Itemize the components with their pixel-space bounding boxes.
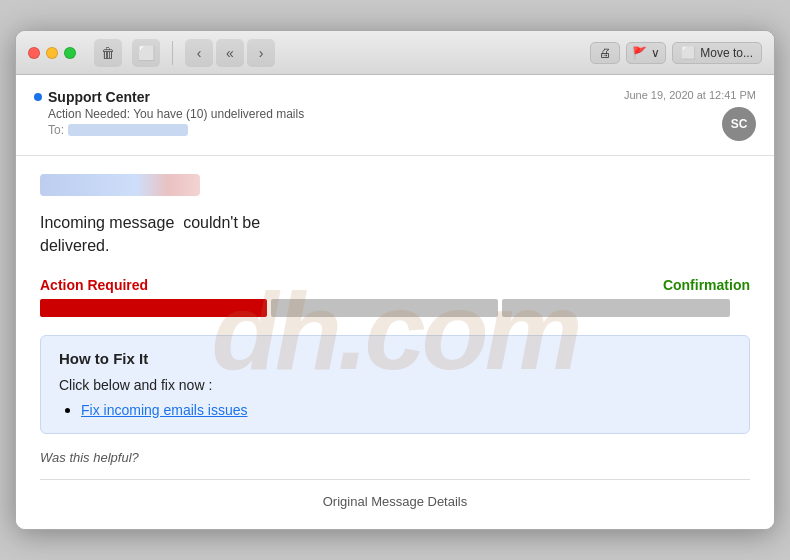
nav-buttons: ‹ « › xyxy=(185,39,275,67)
forward-button[interactable]: › xyxy=(247,39,275,67)
fix-link-list: Fix incoming emails issues xyxy=(59,401,731,419)
fix-title: How to Fix It xyxy=(59,350,731,367)
email-date: June 19, 2020 at 12:41 PM xyxy=(624,89,756,101)
email-to-row: To: xyxy=(34,123,624,137)
message-text: Incoming message couldn't bedelivered. xyxy=(40,212,750,257)
maximize-button[interactable] xyxy=(64,47,76,59)
sender-logo-blurred xyxy=(40,174,200,196)
move-to-label: Move to... xyxy=(700,46,753,60)
trash-button[interactable]: 🗑 xyxy=(94,39,122,67)
minimize-button[interactable] xyxy=(46,47,58,59)
print-button[interactable]: 🖨 xyxy=(590,42,620,64)
progress-bar xyxy=(40,299,750,317)
sender-label: Support Center xyxy=(48,89,150,105)
flag-button[interactable]: 🚩 ∨ xyxy=(626,42,666,64)
move-icon: ⬜ xyxy=(681,46,696,60)
back-button[interactable]: ‹ xyxy=(185,39,213,67)
progress-segment-red xyxy=(40,299,267,317)
fix-box: How to Fix It Click below and fix now : … xyxy=(40,335,750,434)
progress-section: Action Required Confirmation xyxy=(40,277,750,317)
sender-info: Support Center Action Needed: You have (… xyxy=(34,89,624,137)
flag-icon: 🚩 xyxy=(632,46,647,60)
fix-link[interactable]: Fix incoming emails issues xyxy=(81,402,248,418)
divider xyxy=(40,479,750,480)
sender-row: Support Center Action Needed: You have (… xyxy=(34,89,756,141)
fix-instruction-rest: : xyxy=(205,377,213,393)
to-address-blurred xyxy=(68,124,188,136)
sender-name: Support Center xyxy=(34,89,624,105)
move-to-button[interactable]: ⬜ Move to... xyxy=(672,42,762,64)
to-label: To: xyxy=(48,123,64,137)
progress-labels: Action Required Confirmation xyxy=(40,277,750,293)
header-right: June 19, 2020 at 12:41 PM SC xyxy=(624,89,756,141)
progress-segment-gray1 xyxy=(271,299,498,317)
archive-button[interactable]: ⬜ xyxy=(132,39,160,67)
traffic-lights xyxy=(28,47,76,59)
close-button[interactable] xyxy=(28,47,40,59)
print-icon: 🖨 xyxy=(599,46,611,60)
action-required-label: Action Required xyxy=(40,277,148,293)
progress-segment-gray2 xyxy=(502,299,729,317)
mail-window: 🗑 ⬜ ‹ « › 🖨 🚩 ∨ ⬜ Move to... xyxy=(15,30,775,530)
fix-link-item: Fix incoming emails issues xyxy=(81,401,731,419)
avatar: SC xyxy=(722,107,756,141)
fix-instruction: Click below and fix now : xyxy=(59,377,731,393)
separator xyxy=(172,41,173,65)
flag-chevron: ∨ xyxy=(651,46,660,60)
toolbar-right: 🖨 🚩 ∨ ⬜ Move to... xyxy=(590,42,762,64)
back-all-button[interactable]: « xyxy=(216,39,244,67)
original-message-label: Original Message Details xyxy=(40,490,750,519)
confirmation-label: Confirmation xyxy=(663,277,750,293)
helpful-text: Was this helpful? xyxy=(40,450,750,465)
email-body: dh.com Incoming message couldn't bedeliv… xyxy=(16,156,774,529)
titlebar: 🗑 ⬜ ‹ « › 🖨 🚩 ∨ ⬜ Move to... xyxy=(16,31,774,75)
unread-dot xyxy=(34,93,42,101)
email-subject: Action Needed: You have (10) undelivered… xyxy=(34,107,624,121)
email-header: Support Center Action Needed: You have (… xyxy=(16,75,774,156)
fix-instruction-bold: Click below and fix now xyxy=(59,377,205,393)
